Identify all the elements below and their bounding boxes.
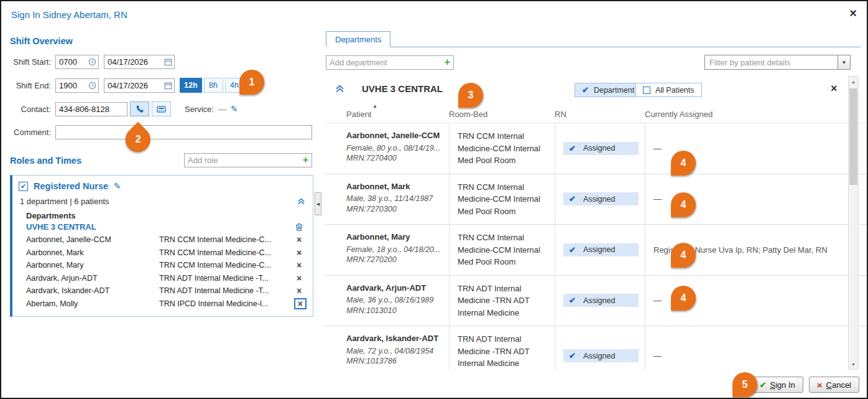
x-icon: × xyxy=(817,380,823,390)
role-summary-row: 1 department | 6 patients xyxy=(20,197,305,206)
currently-assigned-cell: — xyxy=(645,326,843,370)
contact-input[interactable] xyxy=(55,102,127,116)
role-name: Registered Nurse xyxy=(34,181,108,191)
assigned-badge[interactable]: ✔ Assigned xyxy=(563,142,639,155)
patient-service: TRN CCM Internal Medicine-C... xyxy=(159,261,292,270)
patient-table-row: Aardvark, Arjun-ADT Male, 36 y.o., 08/16… xyxy=(325,276,868,327)
column-header-rn[interactable]: RN xyxy=(555,110,645,119)
phone-button[interactable] xyxy=(130,101,149,116)
column-header-room-bed[interactable]: Room-Bed xyxy=(449,110,555,119)
callout-marker-5: 5 xyxy=(732,372,757,397)
pager-button[interactable] xyxy=(152,101,171,116)
patient-name: Aarbonnet, Mark xyxy=(346,181,441,192)
patient-name: Aardvark, Iskander-ADT xyxy=(346,333,441,344)
callout-marker-4: 4 xyxy=(671,243,696,268)
patient-table-row: Aardvark, Iskander-ADT Male, 72 y.o., 04… xyxy=(325,326,868,370)
patient-mrn: MRN:1013010 xyxy=(346,306,441,316)
assigned-label: Assigned xyxy=(583,296,615,305)
patient-name: Aarbonnet, Mary xyxy=(346,232,441,243)
cancel-button[interactable]: × Cancel xyxy=(809,377,859,393)
column-header-currently-assigned[interactable]: Currently Assigned xyxy=(645,110,843,119)
role-checkbox[interactable]: ✔ xyxy=(19,182,28,191)
department-toggle-button[interactable]: ✔ Department xyxy=(575,83,642,97)
patient-cell: Aardvark, Iskander-ADT Male, 72 y.o., 04… xyxy=(346,326,449,370)
patient-service: TRN ADT Internal Medicine -T... xyxy=(159,286,292,295)
calendar-icon xyxy=(164,58,172,66)
filter-patient-details-input[interactable] xyxy=(704,55,838,70)
role-patient-row: Aarbonnet, Mark TRN CCM Internal Medicin… xyxy=(26,246,307,260)
collapse-section-icon[interactable] xyxy=(335,84,344,93)
departments-label: Departments xyxy=(26,211,307,220)
add-department-input[interactable] xyxy=(326,55,454,70)
comment-input[interactable] xyxy=(55,125,312,139)
rn-cell: ✔ Assigned xyxy=(555,123,645,174)
tab-departments[interactable]: Departments xyxy=(326,31,390,47)
collapse-role-icon[interactable] xyxy=(297,197,305,205)
assigned-badge[interactable]: ✔ Assigned xyxy=(563,349,639,362)
remove-patient-icon-focused[interactable]: × xyxy=(294,298,307,309)
panel-collapse-handle[interactable]: ◀ xyxy=(315,192,321,215)
remove-patient-icon[interactable]: × xyxy=(292,286,307,295)
patient-name: Aarbonnet, Janelle-CCM xyxy=(26,235,159,244)
assigned-badge[interactable]: ✔ Assigned xyxy=(563,192,639,205)
remove-patient-icon[interactable]: × xyxy=(292,274,307,283)
duration-12h-button[interactable]: 12h xyxy=(180,78,202,93)
dialog-title: Sign In Sidney Abertam, RN xyxy=(11,9,127,20)
patient-table-row: Aarbonnet, Mark Male, 38 y.o., 11/14/198… xyxy=(325,174,868,225)
remove-patient-icon[interactable]: × xyxy=(292,248,307,257)
assigned-label: Assigned xyxy=(583,245,615,254)
remove-patient-icon[interactable]: × xyxy=(292,235,307,244)
patient-details: Male, 36 y.o., 08/16/1989 xyxy=(346,295,441,306)
patient-service: TRN CCM Internal Medicine-C... xyxy=(159,248,292,257)
remove-department-section-icon[interactable]: × xyxy=(831,83,838,94)
department-section-header: UVHE 3 CENTRAL ✔ Department All Patients… xyxy=(325,78,868,103)
departments-panel: Departments + ▼ UVHE 3 CENTRAL ✔ xyxy=(325,29,868,370)
sort-ascending-icon: ▲ xyxy=(372,103,449,110)
clock-icon xyxy=(88,58,96,66)
shift-duration-group: 12h 8h 4h xyxy=(180,78,244,93)
edit-service-pencil-icon[interactable]: ✎ xyxy=(231,104,238,114)
patient-cell: Aardvark, Arjun-ADT Male, 36 y.o., 08/16… xyxy=(346,276,449,326)
add-department-plus-icon[interactable]: + xyxy=(445,57,450,68)
comment-row: Comment: xyxy=(10,125,315,139)
patient-details: Male, 72 y.o., 04/08/1954 xyxy=(346,346,441,357)
phone-icon xyxy=(136,105,144,113)
room-bed-cell: TRN CCM Internal Medicine-CCM Internal M… xyxy=(449,174,555,225)
department-row: UVHE 3 CENTRAL xyxy=(26,222,303,232)
callout-marker-3: 3 xyxy=(458,83,483,108)
role-summary: 1 department | 6 patients xyxy=(20,197,109,206)
scroll-up-icon[interactable]: ▲ xyxy=(849,77,858,87)
tab-strip: Departments xyxy=(326,31,861,47)
assigned-badge[interactable]: ✔ Assigned xyxy=(563,294,639,307)
patient-mrn: MRN:7270200 xyxy=(346,255,441,265)
shift-overview-panel: Shift Overview Shift Start: Shift End: xyxy=(1,29,321,317)
shift-end-label: Shift End: xyxy=(10,81,51,90)
service-group: Service: — ✎ xyxy=(185,104,238,114)
add-role-plus-icon[interactable]: + xyxy=(303,154,308,166)
check-icon: ✔ xyxy=(569,351,576,360)
patient-name: Aarbonnet, Mark xyxy=(26,248,159,257)
dialog-close-icon[interactable]: × xyxy=(849,7,857,19)
scroll-down-icon[interactable]: ▼ xyxy=(849,359,858,369)
column-header-patient[interactable]: ▲ Patient xyxy=(346,103,449,119)
add-role-input[interactable] xyxy=(184,153,312,167)
department-patient-list: UVHE 3 CENTRAL ✔ Department All Patients… xyxy=(325,78,868,370)
department-name: UVHE 3 CENTRAL xyxy=(26,222,96,232)
vertical-scrollbar[interactable]: ▲ ▼ xyxy=(848,76,859,370)
sign-in-button[interactable]: ✔ Sign In xyxy=(751,377,803,393)
delete-department-trash-icon[interactable] xyxy=(295,223,303,232)
department-section-name: UVHE 3 CENTRAL xyxy=(362,83,443,94)
patient-service: TRN CCM Internal Medicine-C... xyxy=(159,235,292,244)
patient-mrn: MRN:7270400 xyxy=(346,153,441,164)
remove-patient-icon[interactable]: × xyxy=(292,261,307,270)
room-bed-cell: TRN CCM Internal Medicine-CCM Internal M… xyxy=(449,123,555,174)
scrollbar-thumb[interactable] xyxy=(849,88,857,185)
duration-8h-button[interactable]: 8h xyxy=(204,78,223,93)
assigned-label: Assigned xyxy=(583,144,615,153)
room-bed-cell: TRN CCM Internal Medicine-CCM Internal M… xyxy=(449,225,555,275)
assigned-badge[interactable]: ✔ Assigned xyxy=(563,243,639,256)
edit-role-pencil-icon[interactable]: ✎ xyxy=(114,181,121,191)
shift-end-row: Shift End: 12h 8h 4h xyxy=(10,78,315,93)
filter-dropdown-button[interactable]: ▼ xyxy=(838,55,851,70)
all-patients-toggle-button[interactable]: All Patients xyxy=(635,83,702,97)
